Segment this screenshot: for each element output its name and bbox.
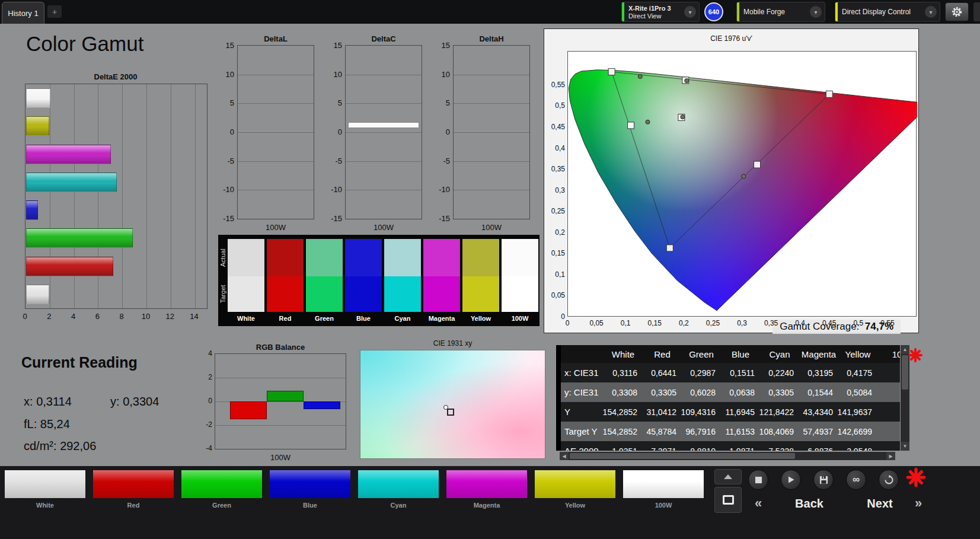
patch-green[interactable] <box>181 470 262 498</box>
table-col-header: Red <box>643 345 682 363</box>
table-cell: 11,6153 <box>721 422 760 441</box>
delta-x-label: 100W <box>453 223 530 232</box>
table-cell: 45,8784 <box>643 422 682 441</box>
table-cell: 154,2852 <box>604 402 643 422</box>
refresh-button[interactable] <box>879 470 899 490</box>
patch-yellow[interactable] <box>535 470 615 498</box>
meter-status-accent <box>622 2 624 21</box>
measured-point-marker <box>681 115 685 119</box>
source-dropdown-icon[interactable]: ▾ <box>810 6 822 18</box>
gear-icon <box>951 6 963 18</box>
play-button[interactable] <box>781 470 801 490</box>
results-table-grid: WhiteRedGreenBlueCyanMagentaYellow10x: C… <box>561 345 900 451</box>
delta-gridline <box>454 103 529 104</box>
table-cell: 43,4340 <box>799 402 838 422</box>
patch-white[interactable] <box>5 470 85 498</box>
delta-y-tick: -5 <box>216 157 234 165</box>
meter-selector[interactable]: X-Rite i1Pro 3 Direct View ▾ <box>621 2 700 22</box>
table-cell: 0, <box>877 363 900 382</box>
delta-y-tick: 5 <box>432 98 450 107</box>
delta-chart-title: DeltaL <box>237 34 314 43</box>
play-icon <box>787 476 795 484</box>
table-row-label: x: CIE31 <box>561 363 604 382</box>
rgb-bar-red <box>230 401 267 419</box>
cie76-x-tick: 0 <box>556 319 579 327</box>
target-point-marker <box>754 161 761 168</box>
delta-gridline <box>346 132 422 133</box>
back-chevrons-icon[interactable]: « <box>749 493 767 514</box>
deltae-x-tick: 8 <box>113 312 130 321</box>
source-label: Mobile Forge <box>743 2 785 21</box>
panel-collapse-button[interactable] <box>714 469 742 484</box>
table-horizontal-scrollbar[interactable]: ◀ ▶ <box>560 452 895 460</box>
patch-red[interactable] <box>93 470 174 498</box>
scroll-right-icon[interactable]: ▶ <box>886 452 895 460</box>
table-col-header: 10 <box>877 345 900 363</box>
settings-button[interactable] <box>945 2 969 21</box>
back-button[interactable]: Back <box>771 493 848 514</box>
patch-label: Red <box>93 502 174 509</box>
rgb-bar-green <box>267 391 304 401</box>
save-button[interactable] <box>813 470 834 490</box>
cie76-y-tick: 0,35 <box>545 165 565 173</box>
rgb-balance-chart: RGB Balance 100W 420-2-4 <box>199 342 349 467</box>
patch-cyan[interactable] <box>358 470 439 498</box>
pattern-window-button[interactable] <box>714 487 742 513</box>
deltae-x-axis: 02468101214 <box>25 312 208 321</box>
table-col-header: Yellow <box>838 345 877 363</box>
reading-cd-value: 292,06 <box>60 439 96 452</box>
patch-100w[interactable] <box>623 470 704 498</box>
delta-gridline <box>346 161 422 162</box>
window-menu-button[interactable] <box>973 2 980 21</box>
display-control-selector[interactable]: Direct Display Control ▾ <box>835 2 940 22</box>
display-control-dropdown-icon[interactable]: ▾ <box>925 6 937 18</box>
delta-gridline <box>454 190 529 190</box>
meter-dropdown-icon[interactable]: ▾ <box>684 6 696 18</box>
reading-y-value: 0,3304 <box>123 395 159 408</box>
cie76-y-tick: 0,25 <box>545 207 565 215</box>
table-cell: 108,4069 <box>760 422 799 441</box>
table-row-label: Target Y <box>561 422 604 441</box>
delta-gridline <box>238 132 314 133</box>
table-cell: 0,2987 <box>682 363 721 382</box>
table-corner-cell <box>561 345 604 363</box>
delta-chart-deltal: DeltaL151050-5-10-15100W <box>216 34 314 236</box>
refresh-icon <box>884 475 894 485</box>
cie76-plot: Gamut Coverage: 74,7% <box>567 51 917 317</box>
patch-magenta[interactable] <box>446 470 527 498</box>
target-point-marker <box>628 122 634 129</box>
delta-y-tick: -5 <box>432 157 450 165</box>
patch-blue[interactable] <box>270 470 350 498</box>
deltae-gridline <box>195 84 196 308</box>
delta-y-tick: -10 <box>216 185 234 194</box>
table-cell: 0,0638 <box>721 382 760 402</box>
scroll-down-icon[interactable]: ▼ <box>901 442 909 451</box>
cie76-x-tick: 0,3 <box>730 319 754 327</box>
continuous-measure-button[interactable]: ∞ <box>846 470 866 490</box>
next-button[interactable]: Next <box>851 493 908 514</box>
cie76-x-tick: 0,35 <box>759 319 783 327</box>
tab-history-1[interactable]: History 1 <box>2 2 44 24</box>
delta-gridline <box>238 75 314 75</box>
deltae-bar-blue <box>26 200 38 220</box>
pattern-source-selector[interactable]: Mobile Forge ▾ <box>736 2 825 22</box>
next-chevrons-icon[interactable]: » <box>909 493 927 514</box>
table-cell: 0,2240 <box>760 363 799 382</box>
page-title: Color Gamut <box>26 32 143 56</box>
cie76-horseshoe <box>568 52 917 317</box>
swatch-label: Blue <box>345 315 382 322</box>
stop-button[interactable] <box>748 470 768 490</box>
horizontal-scroll-thumb[interactable] <box>570 453 795 459</box>
table-cell: 11,6945 <box>721 402 760 422</box>
deltae-x-tick: 14 <box>186 312 203 321</box>
delta-y-tick: 5 <box>324 98 342 107</box>
cie31-panel: CIE 1931 xy <box>360 339 545 460</box>
target-row-label: Target <box>219 276 227 312</box>
swatch-actual-blue <box>345 239 382 276</box>
results-table: WhiteRedGreenBlueCyanMagentaYellow10x: C… <box>556 345 900 451</box>
scroll-left-icon[interactable]: ◀ <box>560 452 569 460</box>
infinity-icon: ∞ <box>853 474 860 486</box>
delta-y-tick: 0 <box>432 127 450 136</box>
reading-x-value: 0,3114 <box>36 395 72 408</box>
add-tab-button[interactable]: + <box>47 5 62 18</box>
